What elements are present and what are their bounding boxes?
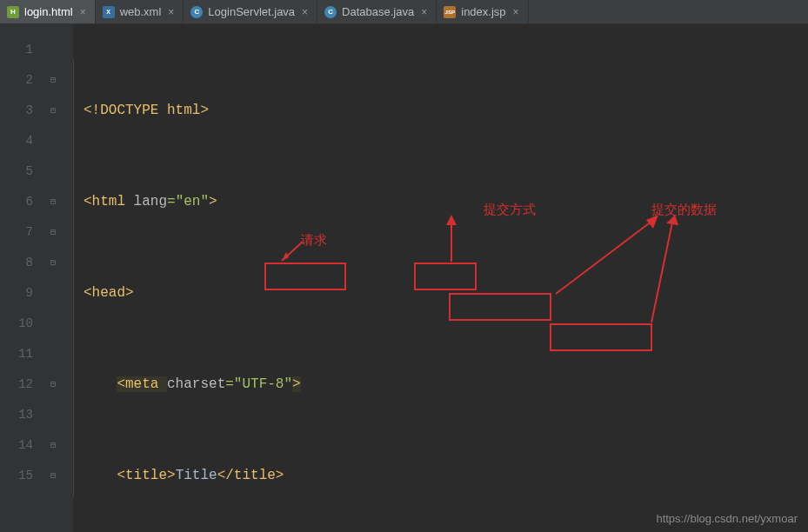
fold-toggle-icon[interactable]: ⊟	[49, 248, 73, 278]
line-number: 14	[0, 430, 49, 461]
fold-toggle-icon[interactable]: ⊟	[49, 96, 73, 126]
tab-loginservlet-java[interactable]: C LoginServlet.java ×	[184, 0, 317, 23]
line-number: 2	[0, 65, 49, 96]
code-area[interactable]: <!DOCTYPE html> <html lang="en"> <head> …	[73, 24, 808, 532]
tab-label: LoginServlet.java	[208, 5, 295, 18]
tab-label: web.xml	[120, 5, 162, 18]
fold-end-icon[interactable]: ⊟	[49, 187, 73, 217]
svg-marker-1	[282, 252, 289, 261]
line-number: 12	[0, 369, 49, 400]
line-number: 13	[0, 400, 49, 430]
annotation-box-password	[550, 323, 652, 351]
fold-toggle-icon[interactable]: ⊟	[49, 65, 73, 96]
java-class-icon: C	[190, 6, 203, 18]
annotation-arrow-icon	[275, 240, 310, 266]
line-number: 3	[0, 96, 49, 126]
html-file-icon: H	[7, 6, 19, 18]
tab-database-java[interactable]: C Database.java ×	[317, 0, 437, 23]
line-number: 10	[0, 309, 49, 339]
tab-label: login.html	[24, 5, 73, 18]
line-number: 1	[0, 35, 49, 65]
line-number: 8	[0, 248, 49, 278]
watermark-text: https://blog.csdn.net/yxmoar	[656, 512, 798, 525]
code-line: <meta charset="UTF-8">	[73, 369, 808, 400]
line-number: 9	[0, 278, 49, 309]
code-line: <!DOCTYPE html>	[73, 96, 808, 126]
tab-index-jsp[interactable]: JSP index.jsp ×	[437, 0, 528, 23]
line-number: 15	[0, 461, 49, 491]
tab-label: Database.java	[342, 5, 414, 18]
line-number: 7	[0, 217, 49, 248]
close-icon[interactable]: ×	[168, 6, 174, 18]
close-icon[interactable]: ×	[80, 6, 86, 18]
annotation-label-request: 请求	[301, 224, 327, 255]
fold-gutter: ⊟ ⊟ ⊟ ⊟ ⊟ ⊟ ⊟ ⊟	[49, 24, 73, 532]
tab-login-html[interactable]: H login.html ×	[0, 0, 96, 23]
xml-file-icon: X	[103, 6, 115, 18]
line-number: 5	[0, 156, 49, 187]
fold-toggle-icon[interactable]: ⊟	[49, 217, 73, 248]
tab-label: index.jsp	[461, 5, 505, 18]
line-number: 6	[0, 187, 49, 217]
tab-web-xml[interactable]: X web.xml ×	[96, 0, 184, 23]
fold-end-icon[interactable]: ⊟	[49, 461, 73, 491]
svg-line-0	[282, 242, 303, 261]
line-number: 11	[0, 339, 49, 369]
code-line: <title>Title</title>	[73, 461, 808, 491]
code-line: <html lang="en">	[73, 187, 808, 217]
line-number-gutter: 1 2 3 4 5 6 7 8 9 10 11 12 13 14 15	[0, 24, 49, 532]
code-editor[interactable]: 1 2 3 4 5 6 7 8 9 10 11 12 13 14 15 💡 ⊟ …	[0, 24, 808, 532]
close-icon[interactable]: ×	[302, 6, 308, 18]
svg-marker-5	[646, 215, 658, 229]
annotation-arrow-icon	[438, 211, 464, 263]
fold-end-icon[interactable]: ⊟	[49, 430, 73, 461]
line-number: 4	[0, 126, 49, 156]
editor-tabs: H login.html × X web.xml × C LoginServle…	[0, 0, 808, 24]
fold-end-icon[interactable]: ⊟	[49, 369, 73, 400]
close-icon[interactable]: ×	[421, 6, 427, 18]
code-line: <head>	[73, 278, 808, 309]
jsp-file-icon: JSP	[444, 6, 456, 18]
java-class-icon: C	[324, 6, 337, 18]
close-icon[interactable]: ×	[513, 6, 519, 18]
